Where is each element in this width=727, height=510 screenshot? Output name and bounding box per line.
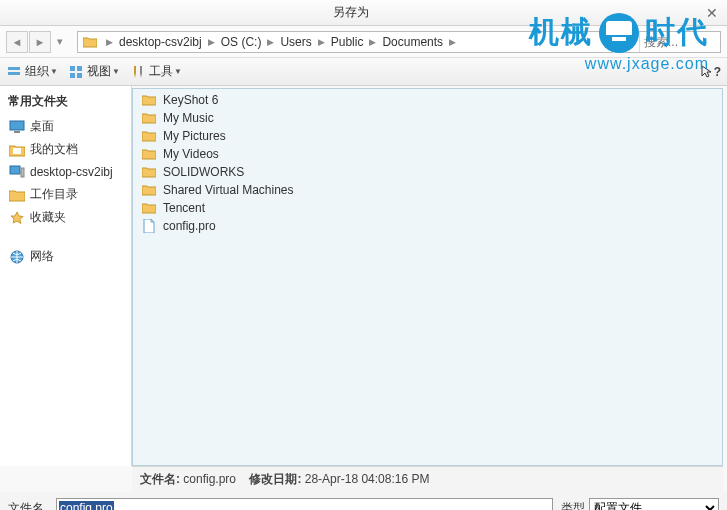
status-fname: config.pro [183, 472, 236, 486]
organize-label: 组织 [25, 63, 49, 80]
file-name: My Videos [163, 147, 219, 161]
sidebar-item-label: 收藏夹 [30, 209, 66, 226]
main-area: 常用文件夹 桌面 我的文档 desktop-csv2ibj 工作目录 收藏夹 网… [0, 86, 727, 466]
nav-bar: ◄ ► ▾ ▶ desktop-csv2ibj ▶ OS (C:) ▶ User… [0, 26, 727, 58]
file-name: Shared Virtual Machines [163, 183, 294, 197]
sidebar-item-desktop[interactable]: 桌面 [0, 115, 131, 138]
folder-icon [141, 182, 157, 198]
svg-rect-7 [14, 131, 20, 133]
history-dropdown[interactable]: ▾ [52, 31, 68, 53]
organize-button[interactable]: 组织 ▼ [6, 63, 58, 80]
list-item[interactable]: config.pro [133, 217, 722, 235]
svg-rect-3 [77, 66, 82, 71]
list-item[interactable]: My Music [133, 109, 722, 127]
sidebar-item-label: 工作目录 [30, 186, 78, 203]
chevron-down-icon: ▼ [112, 67, 120, 76]
sidebar-header: 常用文件夹 [0, 90, 131, 115]
sidebar-item-workdir[interactable]: 工作目录 [0, 183, 131, 206]
svg-rect-4 [70, 73, 75, 78]
filename-row: 文件名 config.pro 类型 配置文件 [0, 492, 727, 510]
status-bar: 文件名: config.pro 修改日期: 28-Apr-18 04:08:16… [132, 466, 723, 492]
svg-rect-5 [77, 73, 82, 78]
toolbar: 组织 ▼ 视图 ▼ 工具 ▼ ? [0, 58, 727, 86]
folder-icon [141, 110, 157, 126]
cursor-icon [701, 65, 713, 79]
status-date: 28-Apr-18 04:08:16 PM [305, 472, 430, 486]
folder-icon [141, 146, 157, 162]
list-item[interactable]: My Pictures [133, 127, 722, 145]
file-name: KeyShot 6 [163, 93, 218, 107]
titlebar: 另存为 ✕ [0, 0, 727, 26]
sidebar-item-documents[interactable]: 我的文档 [0, 138, 131, 161]
list-item[interactable]: SOLIDWORKS [133, 163, 722, 181]
sidebar: 常用文件夹 桌面 我的文档 desktop-csv2ibj 工作目录 收藏夹 网… [0, 86, 132, 466]
search-input[interactable] [640, 32, 720, 52]
chevron-right-icon: ▶ [365, 37, 380, 47]
forward-button[interactable]: ► [29, 31, 51, 53]
folder-icon [141, 200, 157, 216]
sidebar-item-label: 我的文档 [30, 141, 78, 158]
computer-icon [8, 164, 26, 180]
list-item[interactable]: Tencent [133, 199, 722, 217]
sidebar-item-label: 桌面 [30, 118, 54, 135]
star-icon [8, 210, 26, 226]
filename-input[interactable]: config.pro [56, 498, 553, 510]
breadcrumb-seg[interactable]: Users [278, 35, 313, 49]
network-icon [8, 249, 26, 265]
chevron-right-icon: ▶ [263, 37, 278, 47]
file-name: Tencent [163, 201, 205, 215]
back-button[interactable]: ◄ [6, 31, 28, 53]
type-select[interactable]: 配置文件 [589, 498, 719, 510]
file-panel: KeyShot 6My MusicMy PicturesMy VideosSOL… [132, 88, 723, 466]
help-button[interactable]: ? [701, 65, 721, 79]
list-item[interactable]: KeyShot 6 [133, 91, 722, 109]
sidebar-item-network[interactable]: 网络 [0, 245, 131, 268]
folder-icon [141, 164, 157, 180]
sidebar-item-computer[interactable]: desktop-csv2ibj [0, 161, 131, 183]
svg-rect-0 [8, 67, 20, 70]
svg-rect-2 [70, 66, 75, 71]
svg-rect-1 [8, 72, 20, 75]
folder-icon [141, 128, 157, 144]
tools-button[interactable]: 工具 ▼ [130, 63, 182, 80]
status-date-label: 修改日期: [249, 472, 301, 486]
list-item[interactable]: My Videos [133, 145, 722, 163]
filename-value: config.pro [59, 501, 114, 510]
folder-icon [8, 187, 26, 203]
breadcrumb-seg[interactable]: OS (C:) [219, 35, 264, 49]
sidebar-item-label: desktop-csv2ibj [30, 165, 113, 179]
sidebar-item-favorites[interactable]: 收藏夹 [0, 206, 131, 229]
file-name: My Music [163, 111, 214, 125]
view-icon [68, 64, 84, 80]
file-name: config.pro [163, 219, 216, 233]
breadcrumb[interactable]: ▶ desktop-csv2ibj ▶ OS (C:) ▶ Users ▶ Pu… [77, 31, 613, 53]
chevron-right-icon: ▶ [102, 37, 117, 47]
organize-icon [6, 64, 22, 80]
close-button[interactable]: ✕ [701, 2, 723, 24]
type-label: 类型 [561, 500, 585, 511]
svg-rect-8 [13, 148, 21, 154]
view-label: 视图 [87, 63, 111, 80]
dialog-title: 另存为 [0, 4, 701, 21]
sidebar-item-label: 网络 [30, 248, 54, 265]
file-name: SOLIDWORKS [163, 165, 244, 179]
monitor-icon [8, 119, 26, 135]
status-fname-label: 文件名: [140, 472, 180, 486]
search-wrap [617, 31, 721, 53]
chevron-right-icon: ▶ [314, 37, 329, 47]
filename-label: 文件名 [8, 500, 56, 511]
tools-label: 工具 [149, 63, 173, 80]
chevron-down-icon: ▼ [174, 67, 182, 76]
breadcrumb-seg[interactable]: Public [329, 35, 366, 49]
svg-rect-6 [10, 121, 24, 130]
refresh-icon[interactable] [618, 32, 640, 52]
breadcrumb-seg[interactable]: Documents [380, 35, 445, 49]
file-list: KeyShot 6My MusicMy PicturesMy VideosSOL… [133, 89, 722, 237]
folder-icon [80, 32, 100, 52]
view-button[interactable]: 视图 ▼ [68, 63, 120, 80]
tools-icon [130, 64, 146, 80]
folder-icon [141, 92, 157, 108]
chevron-right-icon: ▶ [445, 37, 460, 47]
breadcrumb-seg[interactable]: desktop-csv2ibj [117, 35, 204, 49]
list-item[interactable]: Shared Virtual Machines [133, 181, 722, 199]
